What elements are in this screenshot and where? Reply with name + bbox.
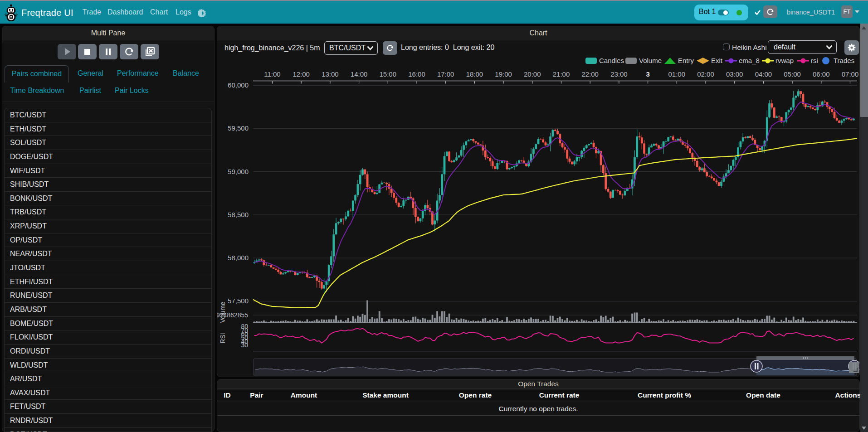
svg-text:19:00: 19:00 [495,70,512,78]
svg-text:rvwap: rvwap [775,57,794,64]
svg-text:12:00: 12:00 [293,70,310,78]
svg-text:23:00: 23:00 [610,70,628,78]
svg-text:ema_8: ema_8 [739,57,760,64]
svg-text:30: 30 [241,341,248,349]
svg-text:rsi: rsi [811,57,818,64]
svg-text:14:00: 14:00 [351,70,368,78]
svg-text:17:00: 17:00 [437,70,454,78]
svg-text:57,500: 57,500 [228,297,249,305]
svg-text:59,500: 59,500 [228,124,249,132]
svg-text:Exit: Exit [711,57,723,64]
svg-text:11:00: 11:00 [264,70,280,78]
svg-text:RSI: RSI [219,333,226,343]
svg-text:3: 3 [646,70,649,78]
svg-text:Candles: Candles [599,57,624,64]
svg-text:15:00: 15:00 [380,70,397,78]
svg-text:20:00: 20:00 [524,70,541,78]
svg-text:18:00: 18:00 [466,70,483,78]
svg-text:22:00: 22:00 [581,70,599,78]
svg-text:13:00: 13:00 [322,70,339,78]
svg-text:Entry: Entry [678,57,694,64]
svg-text:05:00: 05:00 [784,70,801,78]
svg-text:58,500: 58,500 [228,211,249,218]
svg-text:Trades: Trades [834,57,854,64]
svg-text:03:00: 03:00 [726,70,743,78]
svg-text:16:00: 16:00 [408,70,425,78]
svg-text:60,000: 60,000 [228,81,249,89]
svg-text:21:00: 21:00 [553,70,570,78]
svg-text:02:00: 02:00 [697,70,714,78]
svg-text:59,000: 59,000 [228,168,249,175]
svg-text:01:00: 01:00 [668,70,686,78]
svg-text:06:00: 06:00 [813,70,830,78]
svg-text:07:00: 07:00 [842,70,859,78]
svg-text:04:00: 04:00 [755,70,772,78]
svg-text:Volume: Volume [639,57,662,64]
svg-text:Volume: Volume [219,301,226,323]
svg-text:58,000: 58,000 [228,254,249,262]
